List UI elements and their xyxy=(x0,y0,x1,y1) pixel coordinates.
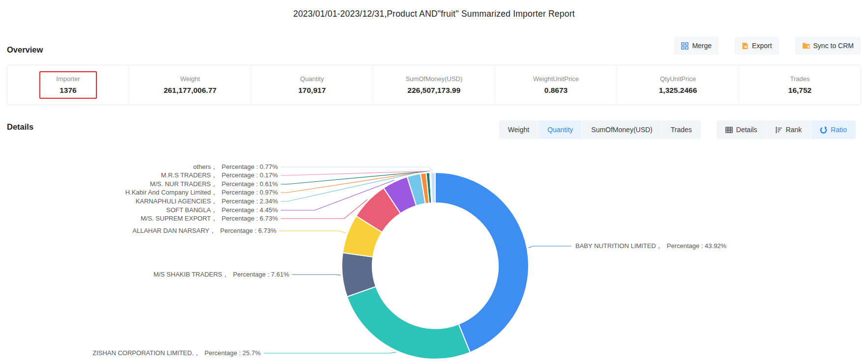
view-tab-details-label: Details xyxy=(736,126,757,134)
pie-label-name: H.Kabir And Company Limited， xyxy=(125,189,217,196)
pie-label-percentage: Percentage : 0.17% xyxy=(222,171,278,179)
metric-tab-sumofmoney-usd[interactable]: SumOfMoney(USD) xyxy=(582,120,661,139)
pie-label-percentage: Percentage : 6.73% xyxy=(222,215,278,222)
overview-actions: Merge Export Sync to CRM xyxy=(674,37,861,55)
metric-tab-label: Weight xyxy=(508,126,529,134)
stat-value: 226,507,173.99 xyxy=(408,86,461,95)
pie-label-name: SOFT BANGLA， xyxy=(166,206,217,214)
stat-label: QtyUnitPrice xyxy=(660,75,696,83)
pie-label-name: others， xyxy=(193,163,217,170)
stat-label: Importer xyxy=(56,75,80,83)
pie-label-m-r-s-traders: M.R.S TRADERS，Percentage : 0.17% xyxy=(161,171,278,180)
stat-label: Quantity xyxy=(300,75,324,83)
importer-highlight-box: Importer1376 xyxy=(39,71,96,99)
pie-label-m-s-suprem-export: M/S. SUPREM EXPORT，Percentage : 6.73% xyxy=(141,214,278,223)
stat-column-weightunitprice: WeightUnitPrice0.8673 xyxy=(495,65,617,105)
pie-label-name: M/S SHAKIB TRADERS， xyxy=(153,271,229,278)
view-tab-ratio-label: Ratio xyxy=(831,126,847,134)
pie-slice-zishan-corporation-limited[interactable] xyxy=(347,286,470,359)
stat-box: Weight261,177,006.77 xyxy=(154,71,227,99)
details-toolbar: WeightQuantitySumOfMoney(USD)Trades Deta… xyxy=(499,120,856,139)
stat-column-trades: Trades16,752 xyxy=(739,65,861,105)
pie-label-h-kabir-and-company-limited: H.Kabir And Company Limited，Percentage :… xyxy=(125,188,278,197)
overview-stats-card: Importer1376Weight261,177,006.77Quantity… xyxy=(7,65,861,105)
stat-box: WeightUnitPrice0.8673 xyxy=(523,71,589,99)
pie-label-m-s-nur-traders: M/S. NUR TRADERS，Percentage : 0.61% xyxy=(150,180,278,189)
export-button[interactable]: Export xyxy=(735,37,778,55)
stat-value: 1376 xyxy=(60,86,76,95)
pie-label-percentage: Percentage : 4.45% xyxy=(222,206,278,214)
sync-to-crm-button-label: Sync to CRM xyxy=(813,42,854,50)
stat-column-weight: Weight261,177,006.77 xyxy=(129,65,251,105)
stat-label: Weight xyxy=(180,75,200,83)
pie-label-baby-nutrition-limited: BABY NUTRITION LIMITED，Percentage : 43.9… xyxy=(575,242,726,251)
pie-label-percentage: Percentage : 7.61% xyxy=(233,271,289,278)
page-title: 2023/01/01-2023/12/31,Product AND"fruit"… xyxy=(0,9,868,19)
view-tab-rank[interactable]: Rank xyxy=(767,120,811,139)
stat-box: QtyUnitPrice1,325.2466 xyxy=(649,71,707,99)
pie-label-m-s-shakib-traders: M/S SHAKIB TRADERS，Percentage : 7.61% xyxy=(153,270,289,279)
pie-leader-line xyxy=(281,199,367,219)
stat-label: WeightUnitPrice xyxy=(533,75,579,83)
stat-value: 170,917 xyxy=(298,86,326,95)
stat-value: 16,752 xyxy=(788,86,811,95)
metric-tab-label: SumOfMoney(USD) xyxy=(591,126,652,134)
merge-button-label: Merge xyxy=(692,42,712,50)
stat-column-quantity: Quantity170,917 xyxy=(251,65,373,105)
pie-label-soft-bangla: SOFT BANGLA，Percentage : 4.45% xyxy=(166,206,278,215)
view-tab-ratio[interactable]: Ratio xyxy=(811,120,856,139)
pie-slice-baby-nutrition-limited[interactable] xyxy=(435,172,529,352)
pie-label-percentage: Percentage : 25.7% xyxy=(205,349,261,357)
view-tab-group: Details Rank Ratio xyxy=(717,120,856,139)
stat-column-qtyunitprice: QtyUnitPrice1,325.2466 xyxy=(617,65,739,105)
pie-label-percentage: Percentage : 0.77% xyxy=(222,163,278,170)
details-table-icon xyxy=(725,127,733,133)
importer-ratio-donut-chart xyxy=(0,0,868,364)
stat-value: 261,177,006.77 xyxy=(164,86,217,95)
merge-button[interactable]: Merge xyxy=(674,37,718,55)
export-icon xyxy=(742,42,748,50)
stat-column-sumofmoney-usd: SumOfMoney(USD)226,507,173.99 xyxy=(373,65,495,105)
pie-leader-line xyxy=(292,275,341,275)
pie-label-allahar-dan-narsary: ALLAHAR DAN NARSARY，Percentage : 6.73% xyxy=(132,226,276,235)
view-tab-rank-label: Rank xyxy=(786,126,802,134)
export-button-label: Export xyxy=(752,42,772,50)
stat-label: SumOfMoney(USD) xyxy=(406,75,463,83)
overview-heading: Overview xyxy=(7,45,43,55)
pie-label-name: M/S. SUPREM EXPORT， xyxy=(141,215,217,222)
pie-label-name: KARNAPHULI AGENCIES， xyxy=(136,197,217,205)
pie-label-percentage: Percentage : 6.73% xyxy=(220,227,276,234)
metric-tab-label: Quantity xyxy=(547,126,573,134)
view-tab-details[interactable]: Details xyxy=(717,120,766,139)
metric-tab-quantity[interactable]: Quantity xyxy=(539,120,582,139)
stat-box: SumOfMoney(USD)226,507,173.99 xyxy=(396,71,473,99)
stat-value: 1,325.2466 xyxy=(659,86,697,95)
pie-leader-line xyxy=(281,171,430,175)
metric-tab-trades[interactable]: Trades xyxy=(662,120,701,139)
pie-label-percentage: Percentage : 2.34% xyxy=(222,197,278,205)
stat-value: 0.8673 xyxy=(544,86,568,95)
pie-label-name: ALLAHAR DAN NARSARY， xyxy=(132,227,216,234)
pie-label-karnaphuli-agencies: KARNAPHULI AGENCIES，Percentage : 2.34% xyxy=(136,197,278,206)
pie-label-percentage: Percentage : 0.61% xyxy=(222,180,278,188)
metric-tab-label: Trades xyxy=(671,126,692,134)
sync-folder-icon xyxy=(802,42,810,49)
pie-leader-line xyxy=(264,352,396,353)
metric-tab-weight[interactable]: Weight xyxy=(499,120,538,139)
pie-label-name: ZISHAN CORPORATION LIMITED.， xyxy=(92,349,200,357)
pie-leader-line xyxy=(279,231,346,233)
pie-leader-line xyxy=(529,246,572,248)
pie-label-zishan-corporation-limited: ZISHAN CORPORATION LIMITED.，Percentage :… xyxy=(92,349,261,358)
merge-icon xyxy=(681,42,688,50)
sync-to-crm-button[interactable]: Sync to CRM xyxy=(795,37,861,55)
details-heading: Details xyxy=(7,122,33,132)
ratio-icon xyxy=(820,126,827,134)
metric-tab-group: WeightQuantitySumOfMoney(USD)Trades xyxy=(499,120,701,139)
pie-label-name: M.R.S TRADERS， xyxy=(161,171,217,179)
stat-label: Trades xyxy=(790,75,810,83)
stat-box: Quantity170,917 xyxy=(288,71,335,99)
pie-leader-line xyxy=(281,167,433,171)
pie-label-percentage: Percentage : 43.92% xyxy=(667,242,726,250)
stat-box: Trades16,752 xyxy=(778,71,821,99)
pie-label-name: M/S. NUR TRADERS， xyxy=(150,180,217,188)
